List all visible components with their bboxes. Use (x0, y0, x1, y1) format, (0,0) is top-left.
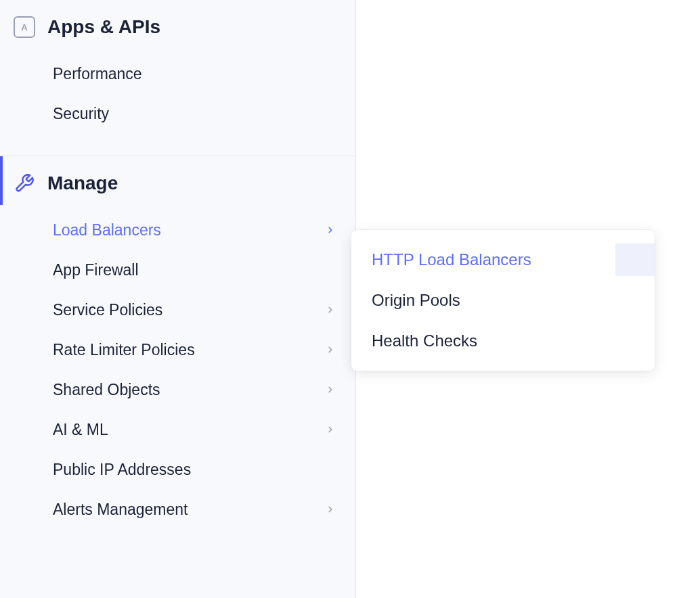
section-manage: Manage Load Balancers App Firewall Servi… (0, 156, 355, 543)
chevron-right-icon (326, 342, 335, 358)
section-header-apps[interactable]: A Apps & APIs (0, 0, 355, 49)
submenu-label: HTTP Load Balancers (372, 250, 531, 269)
nav-label: Alerts Management (53, 501, 188, 519)
nav-list-manage: Load Balancers App Firewall Service Poli… (0, 205, 355, 543)
apps-icon: A (14, 16, 35, 38)
nav-label: Load Balancers (53, 221, 161, 239)
nav-label: Public IP Addresses (53, 461, 191, 479)
nav-label: Service Policies (53, 301, 162, 319)
sidebar: A Apps & APIs Performance Security Manag… (0, 0, 356, 598)
nav-item-public-ip-addresses[interactable]: Public IP Addresses (0, 450, 355, 490)
nav-item-alerts-management[interactable]: Alerts Management (0, 490, 355, 530)
nav-label: AI & ML (53, 421, 108, 439)
nav-item-security[interactable]: Security (0, 94, 355, 134)
submenu-item-http-load-balancers[interactable]: HTTP Load Balancers (351, 239, 655, 280)
nav-item-shared-objects[interactable]: Shared Objects (0, 370, 355, 410)
nav-list-apps: Performance Security (0, 49, 355, 147)
submenu-label: Health Checks (372, 331, 477, 350)
nav-item-app-firewall[interactable]: App Firewall (0, 250, 355, 290)
submenu-label: Origin Pools (372, 291, 460, 310)
nav-item-ai-ml[interactable]: AI & ML (0, 410, 355, 450)
section-apps-apis: A Apps & APIs Performance Security (0, 0, 355, 156)
section-header-manage[interactable]: Manage (0, 156, 355, 205)
nav-label: Rate Limiter Policies (53, 341, 195, 359)
chevron-right-icon (326, 302, 335, 318)
nav-label: Shared Objects (53, 381, 160, 399)
chevron-right-icon (326, 502, 335, 518)
nav-label: Performance (53, 65, 142, 83)
nav-item-rate-limiter-policies[interactable]: Rate Limiter Policies (0, 330, 355, 370)
chevron-right-icon (326, 382, 335, 398)
chevron-right-icon (326, 223, 335, 238)
submenu-item-origin-pools[interactable]: Origin Pools (351, 280, 655, 321)
nav-item-performance[interactable]: Performance (0, 54, 355, 94)
nav-label: Security (53, 105, 109, 123)
wrench-icon (14, 172, 35, 194)
section-title-apps: Apps & APIs (47, 16, 160, 38)
submenu-item-health-checks[interactable]: Health Checks (351, 321, 655, 361)
chevron-right-icon (326, 422, 335, 438)
nav-item-load-balancers[interactable]: Load Balancers (0, 210, 355, 250)
nav-label: App Firewall (53, 261, 139, 279)
section-title-manage: Manage (47, 172, 118, 194)
submenu-load-balancers: HTTP Load Balancers Origin Pools Health … (351, 230, 655, 371)
nav-item-service-policies[interactable]: Service Policies (0, 290, 355, 330)
